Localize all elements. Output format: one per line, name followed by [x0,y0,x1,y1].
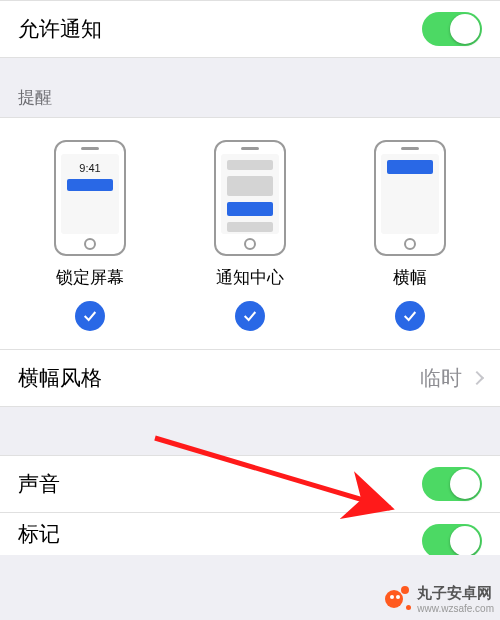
preview-banners[interactable]: 横幅 [331,140,489,331]
lock-screen-phone-icon: 9:41 [54,140,126,256]
badges-label: 标记 [18,520,60,548]
banner-style-label: 横幅风格 [18,364,102,392]
banner-style-row[interactable]: 横幅风格 临时 [0,349,500,407]
badges-row[interactable]: 标记 [0,513,500,555]
alerts-panel: 9:41 锁定屏幕 通知中心 [0,117,500,350]
chevron-right-icon [470,371,484,385]
sounds-row[interactable]: 声音 [0,455,500,513]
preview-lock-screen-check-icon[interactable] [75,301,105,331]
preview-banners-check-icon[interactable] [395,301,425,331]
watermark: 丸子安卓网 www.wzsafe.com [385,584,494,614]
sounds-label: 声音 [18,470,60,498]
banners-phone-icon [374,140,446,256]
preview-notification-center-check-icon[interactable] [235,301,265,331]
preview-lock-screen-label: 锁定屏幕 [56,266,124,289]
preview-lock-screen[interactable]: 9:41 锁定屏幕 [11,140,169,331]
watermark-url: www.wzsafe.com [417,603,494,614]
banner-style-value: 临时 [420,364,462,392]
badges-toggle[interactable] [422,524,482,555]
preview-banners-label: 横幅 [393,266,427,289]
notification-center-phone-icon [214,140,286,256]
allow-notifications-label: 允许通知 [18,15,102,43]
sounds-toggle[interactable] [422,467,482,501]
lock-screen-time: 9:41 [79,162,100,174]
allow-notifications-toggle[interactable] [422,12,482,46]
preview-notification-center-label: 通知中心 [216,266,284,289]
alerts-section-header: 提醒 [0,58,500,117]
watermark-text: 丸子安卓网 [417,584,494,603]
watermark-logo-icon [385,586,411,612]
allow-notifications-row[interactable]: 允许通知 [0,0,500,58]
preview-notification-center[interactable]: 通知中心 [171,140,329,331]
